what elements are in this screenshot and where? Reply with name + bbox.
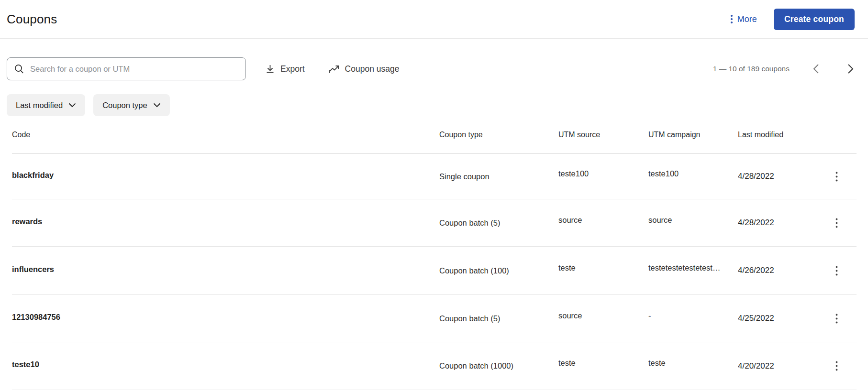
coupon-last-modified: 4/26/2022 (738, 266, 816, 275)
table-header-row: Code Coupon type UTM source UTM campaign… (12, 116, 857, 154)
coupon-type: Coupon batch (1000) (439, 361, 558, 370)
coupon-last-modified: 4/25/2022 (738, 314, 816, 323)
toolbar: Export Coupon usage 1 — 10 of 189 coupon… (7, 57, 857, 80)
download-icon (265, 64, 275, 74)
column-header-utm-campaign: UTM campaign (648, 131, 738, 139)
table-row[interactable]: blackfriday Single coupon teste100 teste… (12, 154, 857, 199)
row-menu-button[interactable] (828, 262, 845, 279)
table-row[interactable]: influencers Coupon batch (100) teste tes… (12, 247, 857, 295)
page-header: Coupons More Create coupon (0, 0, 868, 39)
chevron-down-icon (68, 103, 76, 108)
search-input[interactable] (7, 57, 246, 80)
coupon-code: blackfriday (12, 171, 439, 180)
chevron-down-icon (153, 103, 161, 108)
coupon-utm-campaign: testetestetestetest… (648, 263, 738, 272)
filter-last-modified[interactable]: Last modified (7, 94, 85, 116)
coupon-utm-campaign: - (648, 311, 738, 320)
coupon-type: Coupon batch (5) (439, 218, 558, 228)
create-coupon-button[interactable]: Create coupon (774, 9, 855, 30)
pagination: 1 — 10 of 189 coupons (713, 63, 857, 75)
coupon-code: teste10 (12, 360, 439, 369)
page-title: Coupons (7, 12, 57, 27)
more-button-label: More (737, 14, 757, 24)
coupon-utm-source: teste100 (558, 169, 648, 178)
coupon-last-modified: 4/20/2022 (738, 361, 816, 371)
export-button-label: Export (280, 64, 305, 74)
coupon-last-modified: 4/28/2022 (738, 172, 816, 181)
coupons-page: Coupons More Create coupon (0, 0, 868, 392)
coupon-utm-source: source (558, 216, 648, 225)
kebab-vertical-icon (835, 266, 838, 276)
search-field-wrap (7, 57, 246, 80)
kebab-vertical-icon (835, 361, 838, 371)
coupon-type: Coupon batch (100) (439, 266, 558, 275)
column-header-utm-source: UTM source (558, 131, 648, 139)
column-header-last-modified: Last modified (738, 131, 816, 139)
kebab-vertical-icon (835, 314, 838, 324)
filter-last-modified-label: Last modified (16, 101, 63, 110)
chevron-left-icon (813, 64, 819, 74)
coupon-code: influencers (12, 265, 439, 274)
table-row[interactable]: 12130984756 Coupon batch (5) source - 4/… (12, 295, 857, 342)
kebab-vertical-icon (730, 13, 733, 25)
row-menu-button[interactable] (828, 215, 845, 231)
row-menu-button[interactable] (828, 168, 845, 185)
coupon-usage-button-label: Coupon usage (345, 64, 400, 74)
coupon-last-modified: 4/28/2022 (738, 218, 816, 228)
row-menu-button[interactable] (828, 310, 845, 327)
row-menu-button[interactable] (828, 358, 845, 374)
kebab-vertical-icon (835, 218, 838, 228)
kebab-vertical-icon (835, 172, 838, 182)
previous-page-button[interactable] (810, 63, 822, 75)
coupon-usage-button[interactable]: Coupon usage (329, 64, 400, 74)
coupon-type: Single coupon (439, 172, 558, 181)
coupon-type: Coupon batch (5) (439, 314, 558, 323)
coupons-table: Code Coupon type UTM source UTM campaign… (12, 116, 857, 390)
coupon-utm-source: teste (558, 263, 648, 272)
coupon-utm-campaign: teste (648, 359, 738, 368)
trend-line-icon (329, 64, 340, 74)
filter-coupon-type[interactable]: Coupon type (93, 94, 170, 116)
coupon-utm-source: teste (558, 359, 648, 368)
chevron-right-icon (847, 64, 854, 74)
coupon-utm-campaign: teste100 (648, 169, 738, 178)
table-row[interactable]: teste10 Coupon batch (1000) teste teste … (12, 342, 857, 390)
coupon-code: 12130984756 (12, 313, 439, 322)
column-header-code: Code (12, 131, 439, 139)
more-button[interactable]: More (730, 13, 757, 25)
filter-coupon-type-label: Coupon type (102, 101, 147, 110)
coupon-utm-campaign: source (648, 216, 738, 225)
coupon-code: rewards (12, 217, 439, 226)
coupon-utm-source: source (558, 311, 648, 320)
next-page-button[interactable] (844, 63, 857, 75)
export-button[interactable]: Export (265, 64, 305, 74)
filter-bar: Last modified Coupon type (7, 94, 868, 116)
header-actions: More Create coupon (730, 9, 855, 30)
table-row[interactable]: rewards Coupon batch (5) source source 4… (12, 199, 857, 247)
column-header-coupon-type: Coupon type (439, 131, 558, 139)
pagination-label: 1 — 10 of 189 coupons (713, 65, 790, 73)
